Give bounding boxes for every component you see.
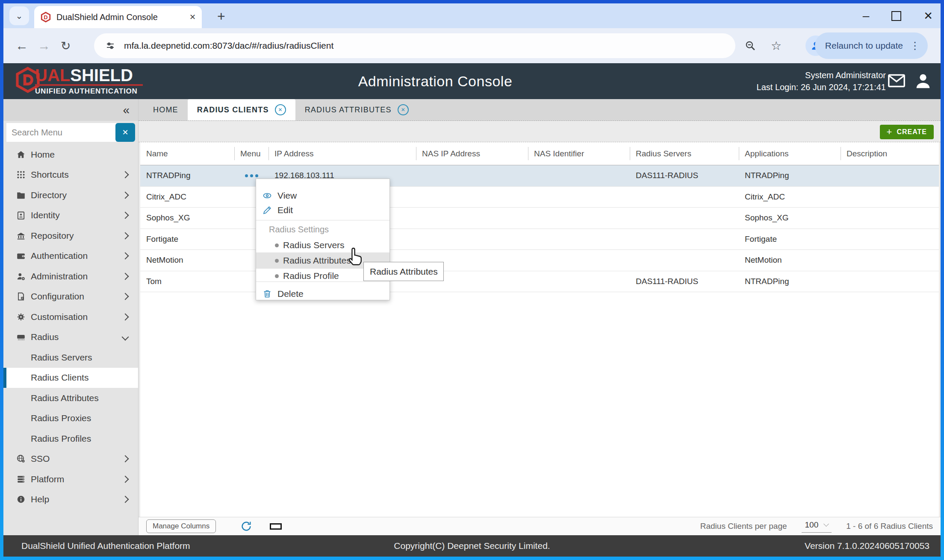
new-tab-button[interactable]: + bbox=[217, 9, 225, 24]
column-header-nas-ip[interactable]: NAS IP Address bbox=[416, 142, 528, 165]
page-title: Administration Console bbox=[358, 73, 513, 90]
search-clear-button[interactable]: ✕ bbox=[115, 123, 135, 142]
density-toggle-icon[interactable] bbox=[270, 523, 282, 530]
column-header-radius-servers[interactable]: Radius Servers bbox=[630, 142, 739, 165]
tab-close-icon[interactable]: ✕ bbox=[189, 12, 196, 22]
browser-toolbar: ← → ↻ mfa.la.deepnetid.com:8073/dac/#/ra… bbox=[3, 28, 941, 63]
bullet-icon bbox=[275, 259, 279, 263]
column-header-nas-identifier[interactable]: NAS Identifier bbox=[528, 142, 630, 165]
chevron-right-icon bbox=[122, 232, 129, 239]
globe-gear-icon bbox=[16, 454, 26, 463]
sidebar-item-shortcuts[interactable]: Shortcuts bbox=[3, 165, 138, 185]
column-header-applications[interactable]: Applications bbox=[739, 142, 841, 165]
back-button[interactable]: ← bbox=[15, 28, 28, 63]
row-context-menu: View Edit Radius Settings Radius Servers… bbox=[256, 179, 390, 300]
context-menu-view[interactable]: View bbox=[256, 188, 389, 203]
last-login: Last Login: 26 Jun 2024, 17:21:41 bbox=[757, 81, 886, 93]
folder-icon bbox=[16, 191, 26, 200]
sidebar-item-repository[interactable]: Repository bbox=[3, 226, 138, 246]
context-menu-edit[interactable]: Edit bbox=[256, 203, 389, 217]
sidebar-item-help[interactable]: Help bbox=[3, 490, 138, 510]
column-header-description[interactable]: Description bbox=[841, 142, 939, 165]
sidebar-item-sso[interactable]: SSO bbox=[3, 449, 138, 469]
server-stack-icon bbox=[16, 475, 26, 484]
sidebar-item-radius-servers[interactable]: Radius Servers bbox=[3, 347, 138, 368]
maximize-button[interactable] bbox=[891, 11, 901, 21]
bank-icon bbox=[16, 231, 26, 240]
sidebar-menu: Home Shortcuts Directory Identity Reposi… bbox=[3, 144, 138, 510]
chevron-down-icon bbox=[823, 521, 829, 527]
grid-icon bbox=[16, 170, 26, 179]
sidebar-item-authentication[interactable]: Authentication bbox=[3, 246, 138, 267]
app-header: UALSHIELD UNIFIED AUTHENTICATION Adminis… bbox=[3, 63, 941, 99]
pencil-icon bbox=[262, 205, 272, 215]
server-icon bbox=[16, 332, 26, 342]
browser-menu-icon[interactable]: ⋮ bbox=[910, 40, 920, 52]
chevron-right-icon bbox=[122, 455, 129, 463]
per-page-select[interactable]: 100 bbox=[802, 520, 832, 533]
context-menu-radius-servers[interactable]: Radius Servers bbox=[256, 238, 389, 252]
relaunch-label: Relaunch to update bbox=[825, 41, 903, 51]
user-name: System Administrator bbox=[757, 69, 886, 81]
refresh-icon[interactable] bbox=[240, 520, 253, 533]
dualshield-logo: UALSHIELD UNIFIED AUTHENTICATION bbox=[15, 67, 143, 96]
sidebar-item-customisation[interactable]: Customisation bbox=[3, 307, 138, 327]
zoom-icon[interactable] bbox=[745, 28, 756, 63]
sidebar-item-radius-clients[interactable]: Radius Clients bbox=[3, 368, 138, 388]
tooltip: Radius Attributes bbox=[363, 262, 444, 281]
mail-icon[interactable] bbox=[887, 71, 906, 91]
column-header-name[interactable]: Name bbox=[140, 142, 234, 165]
table-header-row: Name Menu IP Address NAS IP Address NAS … bbox=[140, 142, 939, 165]
sidebar-item-platform[interactable]: Platform bbox=[3, 469, 138, 490]
trash-icon bbox=[262, 289, 272, 299]
sidebar-item-configuration[interactable]: Configuration bbox=[3, 287, 138, 307]
tab-search-button[interactable]: ⌄ bbox=[9, 6, 29, 25]
manage-columns-button[interactable]: Manage Columns bbox=[146, 519, 216, 533]
chevron-right-icon bbox=[122, 293, 129, 300]
chevron-down-icon: ⌄ bbox=[16, 11, 23, 21]
row-menu-icon[interactable] bbox=[234, 174, 268, 177]
chevron-right-icon bbox=[122, 313, 129, 320]
svg-text:D: D bbox=[44, 14, 47, 21]
address-bar[interactable]: mfa.la.deepnetid.com:8073/dac/#/radius/r… bbox=[94, 33, 735, 58]
eye-icon bbox=[262, 191, 272, 201]
info-icon bbox=[16, 495, 26, 504]
browser-tab-strip: ⌄ D DualShield Admin Console ✕ + – ✕ bbox=[3, 3, 941, 28]
plus-icon: + bbox=[887, 126, 893, 138]
minimize-button[interactable]: – bbox=[863, 9, 870, 23]
sidebar-item-identity[interactable]: Identity bbox=[3, 205, 138, 226]
column-header-ip[interactable]: IP Address bbox=[268, 142, 416, 165]
tab-radius-clients[interactable]: RADIUS CLIENTS ✕ bbox=[188, 99, 295, 120]
sidebar-item-radius-proxies[interactable]: Radius Proxies bbox=[3, 408, 138, 429]
home-icon bbox=[16, 150, 26, 159]
sidebar-item-directory[interactable]: Directory bbox=[3, 185, 138, 205]
forward-button[interactable]: → bbox=[38, 28, 50, 63]
context-menu-divider bbox=[256, 220, 389, 220]
column-header-menu[interactable]: Menu bbox=[234, 142, 268, 165]
sidebar-item-radius[interactable]: Radius bbox=[3, 327, 138, 348]
bullet-icon bbox=[275, 274, 279, 278]
tab-close-icon[interactable]: ✕ bbox=[275, 104, 286, 115]
mouse-cursor bbox=[345, 246, 366, 267]
reload-button[interactable]: ↻ bbox=[61, 28, 71, 63]
browser-tab[interactable]: D DualShield Admin Console ✕ bbox=[34, 6, 202, 28]
site-settings-icon[interactable] bbox=[105, 41, 115, 51]
tab-close-icon[interactable]: ✕ bbox=[398, 104, 409, 115]
chevron-right-icon bbox=[122, 212, 129, 219]
main-content: HOME RADIUS CLIENTS ✕ RADIUS ATTRIBUTES … bbox=[139, 99, 941, 535]
bookmark-star-icon[interactable]: ☆ bbox=[771, 28, 782, 63]
per-page-label: Radius Clients per page bbox=[700, 522, 787, 531]
relaunch-to-update-button[interactable]: Relaunch to update ⋮ bbox=[815, 32, 928, 59]
sidebar-item-radius-attributes[interactable]: Radius Attributes bbox=[3, 388, 138, 408]
sidebar-item-administration[interactable]: Administration bbox=[3, 266, 138, 287]
sidebar-item-radius-profiles[interactable]: Radius Profiles bbox=[3, 428, 138, 449]
create-button[interactable]: + CREATE bbox=[880, 125, 934, 139]
tab-home[interactable]: HOME bbox=[144, 99, 188, 120]
sidebar-collapse-icon[interactable]: « bbox=[123, 103, 130, 117]
tab-radius-attributes[interactable]: RADIUS ATTRIBUTES ✕ bbox=[295, 99, 418, 120]
window-close-button[interactable]: ✕ bbox=[923, 9, 933, 23]
sidebar-item-home[interactable]: Home bbox=[3, 144, 138, 165]
context-menu-delete[interactable]: Delete bbox=[256, 287, 389, 301]
search-menu-input[interactable] bbox=[6, 123, 117, 142]
account-icon[interactable] bbox=[913, 71, 933, 91]
